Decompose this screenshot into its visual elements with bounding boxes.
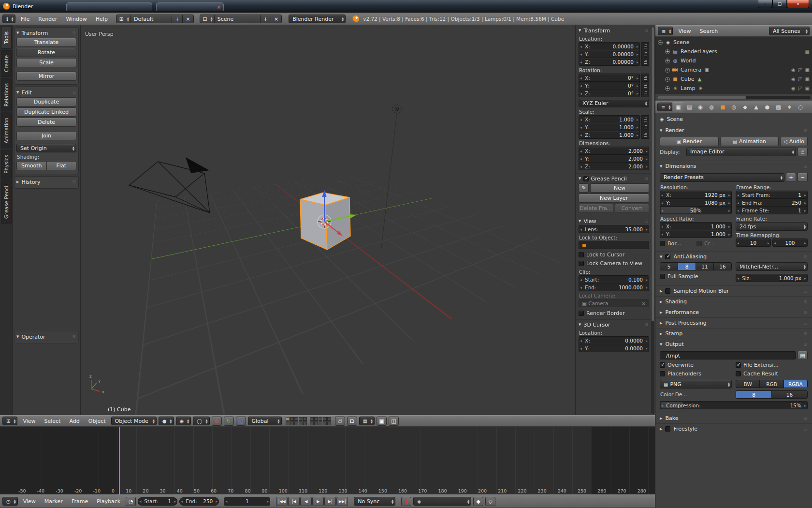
compression-slider[interactable]: Compression: 15% — [660, 401, 808, 409]
tool-tab-physics[interactable]: Physics — [1, 150, 12, 179]
timeline-area[interactable]: -50-40-30-20-100102030405060708090100110… — [0, 427, 655, 494]
mode-dropdown[interactable]: Object Mode — [111, 417, 157, 425]
panel-grip[interactable]: ≣ — [803, 164, 808, 169]
delete-button[interactable]: Delete — [16, 118, 76, 127]
lock-location-y[interactable] — [641, 50, 649, 58]
insert-keyframe-button[interactable]: ◆ — [473, 497, 483, 506]
tab-texture[interactable]: ▩ — [773, 102, 783, 112]
lock-rotation-y[interactable] — [641, 81, 649, 90]
dimension-y-field[interactable]: Y:2.000 — [579, 154, 649, 163]
expand-icon[interactable]: + — [665, 49, 670, 54]
checkbox[interactable] — [579, 261, 584, 266]
aa-filter-size-field[interactable]: Siz:1.000 px — [736, 274, 808, 282]
aa-samples-16[interactable]: 16 — [713, 262, 732, 270]
outliner-row-camera[interactable]: + Camera ▣ ◉◸▣ — [658, 65, 810, 75]
panel-grip[interactable]: ≣ — [803, 331, 808, 336]
clip-end-field[interactable]: End:1000.000 — [579, 283, 649, 291]
opengl-render-button[interactable]: ▣ — [377, 417, 387, 426]
scene-browse[interactable]: ⊡ — [200, 15, 215, 23]
outliner-row-cube[interactable]: + ■ Cube ▲ ◉◸▣ — [658, 75, 810, 84]
aspect-y-field[interactable]: Y:1.000 — [660, 230, 732, 238]
file-extensions-toggle[interactable]: File Extensi... — [736, 362, 808, 368]
layer-3[interactable] — [294, 417, 298, 421]
menu-search[interactable]: Search — [696, 27, 722, 35]
manipulator-translate-button[interactable]: ⊕ — [212, 417, 222, 426]
checkbox[interactable] — [660, 241, 665, 246]
lock-to-cursor-toggle[interactable]: Lock to Cursor — [579, 252, 649, 258]
rotation-y-field[interactable]: Y:0° — [579, 81, 640, 90]
lock-rotation-z[interactable] — [641, 89, 649, 97]
checkbox[interactable] — [696, 241, 702, 246]
scale-x-field[interactable]: X:1.000 — [579, 115, 640, 123]
editor-type-button-3d[interactable]: ⊞ — [2, 417, 17, 425]
start-frame-field-props[interactable]: Start Fram:1 — [736, 191, 808, 199]
expand-icon[interactable]: + — [665, 77, 670, 82]
jump-to-end-button[interactable]: ▶▶| — [336, 497, 348, 506]
crop-toggle[interactable]: Cr... — [696, 240, 732, 247]
tab-world[interactable]: ◍ — [706, 102, 717, 112]
editor-type-button-outliner[interactable]: ≣ — [658, 27, 673, 35]
duplicate-button[interactable]: Duplicate — [16, 97, 76, 106]
render-animation-button[interactable]: ▤Animation — [720, 137, 779, 146]
grease-pencil-checkbox[interactable] — [583, 176, 589, 181]
layer-6[interactable] — [310, 417, 314, 421]
layer-9[interactable] — [323, 417, 327, 421]
panel-grip[interactable]: ≣ — [72, 90, 76, 95]
location-x-field[interactable]: X:0.00000 — [579, 42, 640, 50]
layer-10[interactable] — [327, 417, 331, 421]
play-button[interactable]: ▶ — [312, 497, 324, 506]
output-path-field[interactable]: /tmp\ — [660, 351, 796, 359]
panel-grip[interactable]: ≣ — [803, 321, 808, 326]
display-dropdown[interactable]: Image Editor — [686, 148, 796, 156]
duplicate-linked-button[interactable]: Duplicate Linked — [16, 107, 76, 117]
lock-scale-x[interactable] — [641, 115, 649, 123]
layer-14[interactable] — [299, 421, 303, 425]
checkbox[interactable] — [579, 311, 584, 316]
render-audio-button[interactable]: ◁Audio — [780, 137, 808, 146]
manipulator-rotate-button[interactable]: ↻ — [224, 417, 234, 426]
add-screen-button[interactable]: + — [172, 15, 183, 23]
layer-19[interactable] — [323, 421, 327, 425]
start-frame-field[interactable]: Start:1 — [138, 497, 177, 506]
add-preset-button[interactable]: + — [786, 173, 796, 182]
remap-old-field[interactable]: 10 — [736, 239, 771, 247]
tool-tab-create[interactable]: Create — [1, 50, 12, 77]
tab-material[interactable]: ● — [762, 102, 772, 112]
tab-modifiers[interactable]: ◆ — [740, 102, 750, 112]
cursor-x-field[interactable]: X:0.0000 — [579, 336, 649, 344]
render-toggle-icon[interactable]: ▣ — [805, 76, 810, 82]
pivot-dropdown[interactable]: ◉ — [176, 417, 191, 425]
menu-render[interactable]: Render — [35, 15, 60, 23]
close-button[interactable]: × — [787, 0, 809, 8]
tab-data[interactable]: ▲ — [751, 102, 761, 112]
scale-button[interactable]: Scale — [16, 58, 76, 67]
layer-5[interactable] — [303, 417, 307, 421]
lock-location-x[interactable] — [641, 42, 649, 50]
location-z-field[interactable]: Z:0.00000 — [579, 58, 640, 66]
placeholders-toggle[interactable]: Placeholders — [660, 371, 732, 377]
add-scene-button[interactable]: + — [260, 15, 271, 23]
menu-marker[interactable]: Marker — [41, 497, 66, 506]
render-engine-select[interactable]: Blender Render — [289, 15, 346, 23]
new-layer-button[interactable]: New Layer — [579, 194, 649, 203]
display-lock-button[interactable] — [798, 147, 808, 156]
render-toggle-icon[interactable]: ▣ — [805, 86, 810, 91]
remove-preset-button[interactable]: − — [798, 173, 808, 182]
maximize-button[interactable]: ▢ — [772, 0, 787, 8]
expand-icon[interactable]: + — [665, 68, 670, 73]
remap-new-field[interactable]: 100 — [772, 239, 808, 247]
border-toggle[interactable]: Bor... — [660, 240, 695, 247]
lock-scale-z[interactable] — [641, 131, 649, 139]
scene-lock-button[interactable] — [335, 417, 345, 426]
scale-y-field[interactable]: Y:1.000 — [579, 123, 640, 131]
select-icon[interactable]: ◸ — [798, 67, 802, 73]
layer-7[interactable] — [314, 417, 318, 421]
layer-11[interactable] — [286, 421, 290, 425]
snap-element-dropdown[interactable]: ▦ — [359, 417, 375, 425]
checkbox[interactable] — [660, 362, 665, 368]
outliner-row-scene[interactable]: − ◈ Scene — [658, 38, 810, 47]
panel-grip[interactable]: ≣ — [645, 219, 649, 224]
select-icon[interactable]: ◸ — [798, 86, 802, 91]
outliner-row-renderlayers[interactable]: + ▤ RenderLayers ▦ — [658, 47, 810, 56]
outliner-row-world[interactable]: + ◍ World — [658, 56, 810, 65]
